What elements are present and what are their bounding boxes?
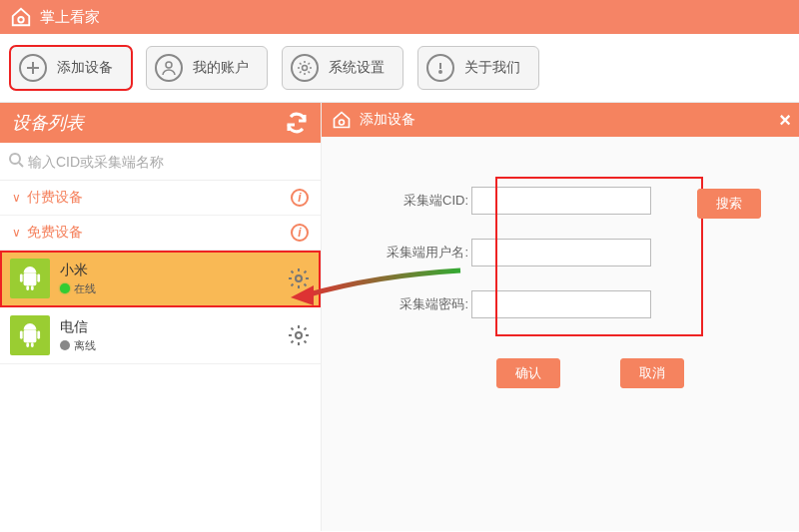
svg-point-2 xyxy=(303,66,308,71)
app-titlebar: 掌上看家 xyxy=(0,0,799,34)
about-us-button[interactable]: 关于我们 xyxy=(417,46,539,90)
info-icon[interactable]: i xyxy=(291,224,309,242)
svg-point-0 xyxy=(18,17,24,23)
gear-icon xyxy=(291,54,319,82)
svg-rect-18 xyxy=(26,342,29,347)
add-device-label: 添加设备 xyxy=(57,59,113,77)
svg-point-3 xyxy=(439,71,441,73)
search-row xyxy=(0,143,321,181)
password-input[interactable] xyxy=(471,290,651,318)
panel-header: 添加设备 × xyxy=(322,103,799,137)
svg-rect-9 xyxy=(37,273,40,281)
device-info: 电信 离线 xyxy=(60,318,277,353)
user-icon xyxy=(155,54,183,82)
plus-icon xyxy=(19,54,47,82)
app-title: 掌上看家 xyxy=(40,8,100,27)
username-input[interactable] xyxy=(471,239,651,266)
device-sidebar: 设备列表 ∨付费设备 i ∨免费设备 i 小米 在线 xyxy=(0,103,322,531)
svg-rect-17 xyxy=(37,330,40,338)
device-gear-icon[interactable] xyxy=(287,323,311,347)
device-info: 小米 在线 xyxy=(60,262,277,296)
exclaim-icon xyxy=(426,54,454,82)
svg-rect-8 xyxy=(20,273,23,281)
svg-rect-10 xyxy=(26,285,29,290)
device-row[interactable]: 小米 在线 xyxy=(0,251,321,307)
chevron-down-icon: ∨ xyxy=(12,226,21,240)
group-free[interactable]: ∨免费设备 i xyxy=(0,216,321,251)
about-us-label: 关于我们 xyxy=(464,59,520,77)
svg-point-20 xyxy=(296,332,302,338)
device-name: 小米 xyxy=(60,262,277,279)
close-icon[interactable]: × xyxy=(779,109,791,132)
confirm-button[interactable]: 确认 xyxy=(496,358,560,388)
password-label: 采集端密码: xyxy=(352,295,471,313)
my-account-button[interactable]: 我的账户 xyxy=(146,46,268,90)
device-status: 离线 xyxy=(60,338,277,353)
android-icon xyxy=(10,259,50,298)
panel-title: 添加设备 xyxy=(360,111,415,129)
group-free-label: 免费设备 xyxy=(27,224,83,240)
device-status: 在线 xyxy=(60,281,277,296)
device-name: 电信 xyxy=(60,318,277,336)
svg-point-4 xyxy=(10,154,20,164)
add-device-panel: 添加设备 × 采集端CID: 采集端用户名: 采集端密码: 搜索 确认 取消 xyxy=(322,103,799,531)
svg-rect-11 xyxy=(31,285,34,290)
group-paid-label: 付费设备 xyxy=(27,189,83,205)
system-settings-label: 系统设置 xyxy=(329,59,385,77)
add-device-button[interactable]: 添加设备 xyxy=(10,46,132,90)
app-logo-icon xyxy=(10,6,32,28)
main-toolbar: 添加设备 我的账户 系统设置 关于我们 xyxy=(0,34,799,103)
sidebar-header: 设备列表 xyxy=(0,103,321,143)
status-dot-online xyxy=(60,283,70,293)
svg-rect-13 xyxy=(24,330,37,343)
cid-input[interactable] xyxy=(471,187,651,215)
svg-point-12 xyxy=(296,275,302,281)
svg-point-1 xyxy=(166,62,172,68)
group-paid[interactable]: ∨付费设备 i xyxy=(0,181,321,216)
search-input[interactable] xyxy=(28,154,313,170)
cid-label: 采集端CID: xyxy=(352,192,471,210)
svg-rect-16 xyxy=(20,330,23,338)
sidebar-title: 设备列表 xyxy=(12,111,84,135)
android-icon xyxy=(10,315,50,355)
search-icon xyxy=(8,152,24,172)
cancel-button[interactable]: 取消 xyxy=(620,358,684,388)
chevron-down-icon: ∨ xyxy=(12,191,21,205)
status-dot-offline xyxy=(60,340,70,350)
my-account-label: 我的账户 xyxy=(193,59,249,77)
search-button[interactable]: 搜索 xyxy=(697,189,761,219)
info-icon[interactable]: i xyxy=(291,189,309,207)
username-label: 采集端用户名: xyxy=(352,244,471,262)
device-row[interactable]: 电信 离线 xyxy=(0,307,321,364)
system-settings-button[interactable]: 系统设置 xyxy=(282,46,403,90)
home-icon xyxy=(332,110,352,130)
device-gear-icon[interactable] xyxy=(287,266,311,290)
main-area: 设备列表 ∨付费设备 i ∨免费设备 i 小米 在线 xyxy=(0,103,799,531)
svg-rect-5 xyxy=(24,273,37,286)
svg-point-21 xyxy=(340,120,345,125)
refresh-icon[interactable] xyxy=(285,111,309,135)
form-area: 采集端CID: 采集端用户名: 采集端密码: 搜索 确认 取消 xyxy=(322,137,799,408)
svg-rect-19 xyxy=(31,342,34,347)
